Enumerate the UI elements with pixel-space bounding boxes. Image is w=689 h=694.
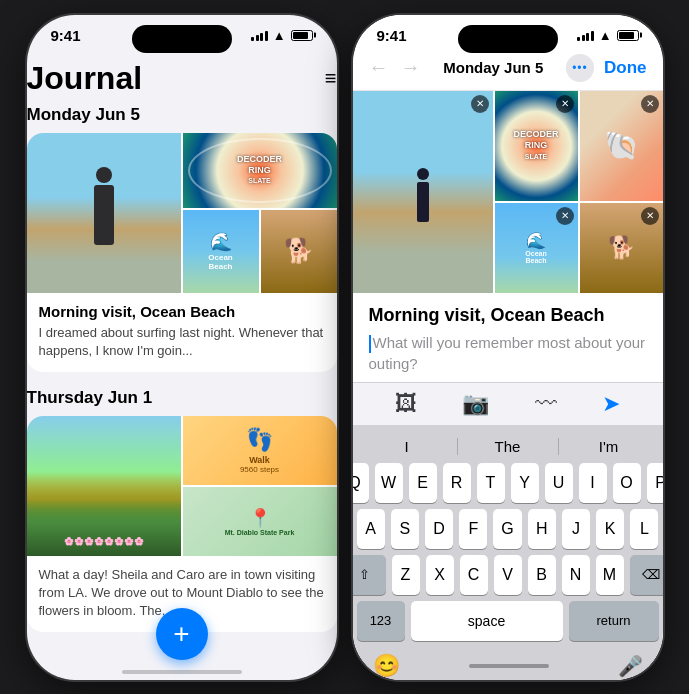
status-bar-1: 9:41 ▲ xyxy=(27,15,337,50)
key-p[interactable]: P xyxy=(647,463,663,503)
key-row-2: A S D F G H J K L xyxy=(357,509,659,549)
home-indicator-1 xyxy=(122,670,242,674)
key-r[interactable]: R xyxy=(443,463,471,503)
key-123[interactable]: 123 xyxy=(357,601,405,641)
key-g[interactable]: G xyxy=(493,509,521,549)
ocean-beach-photo: 🌊 OceanBeach xyxy=(183,210,259,293)
beach-photo-2 xyxy=(353,91,493,293)
forward-button[interactable]: → xyxy=(401,56,421,79)
bottom-photos: 🌊 OceanBeach 🐕 xyxy=(183,210,337,293)
close-ocean-button[interactable]: ✕ xyxy=(556,207,574,225)
key-c[interactable]: C xyxy=(460,555,488,595)
header-left: ← → xyxy=(369,56,421,79)
key-h[interactable]: H xyxy=(528,509,556,549)
dog-photo: 🐕 xyxy=(261,210,337,293)
key-k[interactable]: K xyxy=(596,509,624,549)
ocean-icon-2: 🌊 xyxy=(526,231,546,250)
decoder-ring-cell: DECODERRINGSLATE xyxy=(183,133,337,208)
strip-top-right: DECODERRINGSLATE ✕ 🐚 ✕ xyxy=(495,91,663,201)
strip-bottom-right: 🌊 OceanBeach ✕ 🐕 ✕ xyxy=(495,203,663,293)
key-i[interactable]: I xyxy=(579,463,607,503)
key-t[interactable]: T xyxy=(477,463,505,503)
key-s[interactable]: S xyxy=(391,509,419,549)
predictive-bar: I The I'm xyxy=(357,432,659,463)
done-button[interactable]: Done xyxy=(604,58,647,78)
header-right: ••• Done xyxy=(566,54,647,82)
right-cards: 👣 Walk 9560 steps 📍 Mt. Diablo State Par… xyxy=(183,416,337,556)
filter-icon[interactable]: ≡ xyxy=(325,67,337,90)
fab-button[interactable]: + xyxy=(156,608,208,660)
key-y[interactable]: Y xyxy=(511,463,539,503)
waveform-icon[interactable]: 〰 xyxy=(535,391,557,417)
pred-word-3[interactable]: I'm xyxy=(559,436,659,457)
close-shell-button[interactable]: ✕ xyxy=(641,95,659,113)
wifi-icon-2: ▲ xyxy=(599,28,612,43)
emoji-button[interactable]: 😊 xyxy=(373,653,400,679)
key-shift[interactable]: ⇧ xyxy=(353,555,386,595)
decoder-text: DECODERRINGSLATE xyxy=(237,154,282,186)
key-space[interactable]: space xyxy=(411,601,563,641)
keyboard: I The I'm Q W E R T Y U I O P xyxy=(353,426,663,680)
date-section-thursday: Thursday Jun 1 🌸🌸🌸🌸🌸🌸🌸🌸 xyxy=(27,388,337,633)
decoder-text-2: DECODERRINGSLATE xyxy=(513,129,558,161)
compose-area[interactable]: Morning visit, Ocean Beach What will you… xyxy=(353,293,663,382)
shell-icon-2: 🐚 xyxy=(604,129,639,162)
key-row-1: Q W E R T Y U I O P xyxy=(357,463,659,503)
key-q[interactable]: Q xyxy=(353,463,369,503)
pred-word-1[interactable]: I xyxy=(357,436,457,457)
journal-card-thursday[interactable]: 🌸🌸🌸🌸🌸🌸🌸🌸 👣 Walk 9560 steps xyxy=(27,416,337,633)
key-v[interactable]: V xyxy=(494,555,522,595)
beach-person xyxy=(94,185,114,245)
key-n[interactable]: N xyxy=(562,555,590,595)
camera-icon[interactable]: 📷 xyxy=(462,391,489,417)
strip-beach-photo: ✕ xyxy=(353,91,493,293)
key-b[interactable]: B xyxy=(528,555,556,595)
key-o[interactable]: O xyxy=(613,463,641,503)
microphone-button[interactable]: 🎤 xyxy=(618,654,643,678)
beach-photo-cell xyxy=(27,133,181,293)
key-u[interactable]: U xyxy=(545,463,573,503)
photo-library-icon[interactable]: 🖼 xyxy=(395,391,417,417)
journal-card-monday[interactable]: DECODERRINGSLATE 🌊 OceanBeach 🐕 xyxy=(27,133,337,372)
compose-date: Monday Jun 5 xyxy=(443,59,543,76)
walk-label: Walk xyxy=(249,455,270,465)
date-label-thursday: Thursday Jun 1 xyxy=(27,388,337,408)
beach-person-2 xyxy=(417,182,429,222)
status-time-2: 9:41 xyxy=(377,27,407,44)
more-icon: ••• xyxy=(572,61,588,75)
close-dog-button[interactable]: ✕ xyxy=(641,207,659,225)
more-button[interactable]: ••• xyxy=(566,54,594,82)
key-f[interactable]: F xyxy=(459,509,487,549)
dog-icon: 🐕 xyxy=(284,237,314,265)
key-x[interactable]: X xyxy=(426,555,454,595)
key-j[interactable]: J xyxy=(562,509,590,549)
compose-header: ← → Monday Jun 5 ••• Done xyxy=(353,50,663,91)
key-l[interactable]: L xyxy=(630,509,658,549)
dynamic-island-2 xyxy=(458,25,558,53)
key-a[interactable]: A xyxy=(357,509,385,549)
thursday-photos: 🌸🌸🌸🌸🌸🌸🌸🌸 👣 Walk 9560 steps xyxy=(27,416,337,556)
walk-card: 👣 Walk 9560 steps xyxy=(183,416,337,485)
key-m[interactable]: M xyxy=(596,555,624,595)
key-e[interactable]: E xyxy=(409,463,437,503)
pred-word-2[interactable]: The xyxy=(458,436,558,457)
send-icon[interactable]: ➤ xyxy=(602,391,620,417)
hills-photo-cell: 🌸🌸🌸🌸🌸🌸🌸🌸 xyxy=(27,416,181,556)
compose-placeholder: What will you remember most about your o… xyxy=(369,332,647,374)
strip-dog: 🐕 ✕ xyxy=(580,203,663,293)
hills-photo: 🌸🌸🌸🌸🌸🌸🌸🌸 xyxy=(27,416,181,556)
close-decoder-button[interactable]: ✕ xyxy=(556,95,574,113)
key-backspace[interactable]: ⌫ xyxy=(630,555,663,595)
decoder-ring-photo: DECODERRINGSLATE xyxy=(183,133,337,208)
home-indicator-2 xyxy=(469,664,549,668)
key-w[interactable]: W xyxy=(375,463,403,503)
battery-icon-1 xyxy=(291,30,313,41)
phone-1-journal: 9:41 ▲ Jour xyxy=(27,15,337,680)
back-button[interactable]: ← xyxy=(369,56,389,79)
close-beach-button[interactable]: ✕ xyxy=(471,95,489,113)
key-return[interactable]: return xyxy=(569,601,659,641)
location-icon: 📍 xyxy=(249,507,271,529)
key-z[interactable]: Z xyxy=(392,555,420,595)
dog-icon-2: 🐕 xyxy=(608,235,635,261)
key-d[interactable]: D xyxy=(425,509,453,549)
